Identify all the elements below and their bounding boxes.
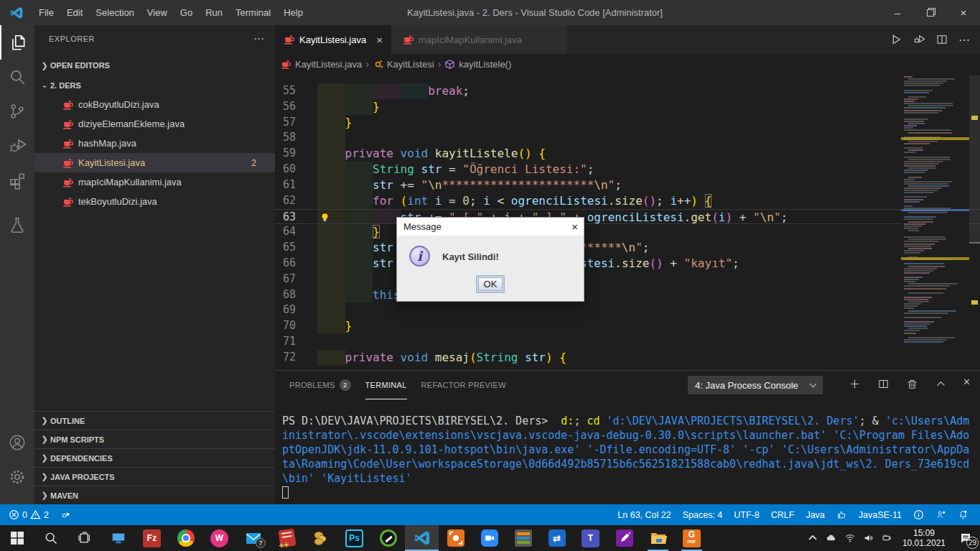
notification-center-icon[interactable]: 29 (951, 525, 980, 551)
wampserver-icon[interactable]: W (202, 525, 236, 551)
breadcrumb-item[interactable]: KayitListesi (387, 59, 434, 70)
file-KayitListesi.java[interactable]: KayitListesi.java2 (34, 153, 275, 172)
minimize-button[interactable]: – (881, 0, 914, 25)
code-line-69[interactable]: 69 (275, 302, 980, 318)
split-terminal-button[interactable] (877, 378, 890, 390)
panel-tab-refactor-preview[interactable]: REFACTOR PREVIEW (421, 371, 506, 399)
vscode-taskbar-icon[interactable] (405, 525, 439, 551)
close-button[interactable]: × (947, 0, 980, 25)
menu-selection[interactable]: Selection (89, 0, 140, 25)
open-editors-section[interactable]: ❯ OPEN EDITORS (34, 56, 275, 75)
activity-explorer-icon[interactable] (0, 25, 34, 60)
encoding-status[interactable]: UTF-8 (728, 504, 765, 525)
menu-go[interactable]: Go (174, 0, 199, 25)
menu-run[interactable]: Run (199, 0, 229, 25)
language-status[interactable]: Java (800, 504, 830, 525)
teamviewer-icon[interactable]: ⇄ (540, 525, 574, 551)
code-line-72[interactable]: 72 private void mesaj(String str) { (275, 350, 980, 366)
new-terminal-button[interactable] (849, 378, 861, 390)
taskbar-search-icon[interactable] (34, 525, 67, 551)
menu-help[interactable]: Help (277, 0, 309, 25)
panel-tab-problems[interactable]: PROBLEMS2 (289, 371, 351, 399)
task-view-icon[interactable] (67, 525, 101, 551)
editor-scrollbar[interactable] (969, 74, 980, 370)
terminal-selector[interactable]: 4: Java Process Console (688, 376, 823, 394)
this-pc-icon[interactable] (101, 525, 135, 551)
tab-KayitListesi.java[interactable]: KayitListesi.java× (275, 25, 391, 54)
vmware-icon[interactable] (506, 525, 540, 551)
wifi-icon[interactable] (841, 525, 859, 551)
gom-pdf-icon[interactable]: GPDF (675, 525, 709, 551)
filezilla-icon[interactable]: Fz (135, 525, 169, 551)
activity-search-icon[interactable] (0, 60, 34, 94)
volume-icon[interactable] (859, 525, 878, 551)
code-line-68[interactable]: 68 this.mesaj(str); (275, 287, 980, 303)
panel-tab-terminal[interactable]: TERMINAL (365, 371, 407, 399)
greenshot-icon[interactable] (371, 525, 405, 551)
minimap[interactable] (901, 74, 969, 370)
thumbs-up-icon[interactable] (831, 504, 853, 525)
dialog-title-bar[interactable]: Message × (397, 218, 584, 236)
run-button[interactable] (890, 33, 902, 46)
code-line-64[interactable]: 64 } (275, 224, 980, 240)
split-editor-button[interactable] (935, 33, 948, 46)
indentation-status[interactable]: Spaces: 4 (677, 504, 729, 525)
file-diziyeElemanEkleme.java[interactable]: diziyeElemanEkleme.java (34, 114, 275, 134)
code-line-70[interactable]: 70 } (275, 318, 980, 334)
code-line-67[interactable]: 67 (275, 272, 980, 287)
activity-account-icon[interactable] (0, 425, 34, 460)
folder-2-ders[interactable]: ⌄ 2. DERS (34, 75, 275, 95)
code-line-55[interactable]: 55 break; (275, 83, 980, 99)
activity-settings-icon[interactable] (0, 460, 34, 494)
code-line-59[interactable]: 59 private void kayitListele() { (275, 146, 980, 162)
onedrive-cloud-icon[interactable] (822, 525, 841, 551)
code-line-71[interactable]: 71 (275, 334, 980, 350)
tray-expand-icon[interactable] (803, 525, 822, 551)
problems-status[interactable]: 0 2 (3, 504, 55, 525)
code-line-60[interactable]: 60 String str = "Öğrenci Listesi:"; (275, 162, 980, 177)
file-hashMap.java[interactable]: hashMap.java (34, 134, 275, 153)
photoshop-icon[interactable]: Ps (337, 525, 371, 551)
cursor-position[interactable]: Ln 63, Col 22 (612, 504, 676, 525)
maximize-panel-button[interactable] (935, 378, 947, 390)
debug-run-button[interactable] (913, 33, 925, 46)
file-mapIciMapKullanimi.java[interactable]: mapIciMapKullanimi.java (34, 172, 275, 192)
more-actions-button[interactable]: ⋯ (958, 33, 970, 47)
code-line-62[interactable]: 62 for (int i = 0; i < ogrenciListesi.si… (275, 193, 980, 209)
zoom-icon[interactable] (472, 525, 506, 551)
explorer-actions-icon[interactable]: ⋯ (253, 32, 265, 45)
activity-run-debug-icon[interactable] (0, 129, 34, 163)
coins-app-icon[interactable] (304, 525, 337, 551)
file-explorer-icon[interactable] (641, 525, 675, 551)
menu-terminal[interactable]: Terminal (229, 0, 277, 25)
eol-status[interactable]: CRLF (765, 504, 801, 525)
terminal-output[interactable]: PS D:\DEV\JAVA\PROJECTS\BIREYSEL\2. Ders… (282, 414, 976, 504)
restore-button[interactable] (914, 0, 947, 25)
menu-file[interactable]: File (32, 0, 60, 25)
section-java-projects[interactable]: ❯JAVA PROJECTS (34, 467, 275, 486)
chrome-icon[interactable] (169, 525, 202, 551)
activity-source-control-icon[interactable] (0, 94, 34, 129)
notifications-bell-icon[interactable] (952, 504, 974, 525)
code-line-65[interactable]: 65 str += "\n**************************\… (275, 240, 980, 256)
code-line-58[interactable]: 58 (275, 130, 980, 146)
notepad-plus-plus-icon[interactable]: ++ (270, 525, 304, 551)
activity-test-icon[interactable] (0, 208, 34, 242)
code-line-56[interactable]: 56 } (275, 99, 980, 115)
tray-clock[interactable]: 15:09 10.01.2021 (897, 528, 951, 548)
activity-extensions-icon[interactable] (0, 163, 34, 198)
code-line-66[interactable]: 66 str += "Toplam : " + ogrenciListesi.s… (275, 256, 980, 272)
debug-status-icon[interactable] (55, 504, 77, 525)
code-line-63[interactable]: 63 str += " [ " + i + " ] " + ogrenciLis… (275, 209, 980, 225)
menu-edit[interactable]: Edit (60, 0, 89, 25)
ok-button[interactable]: OK (476, 275, 505, 293)
screen-capture-icon[interactable] (439, 525, 472, 551)
breadcrumb-item[interactable]: kayitListele() (459, 59, 511, 70)
tab-mapIciMapKullanimi.java[interactable]: mapIciMapKullanimi.java (391, 25, 567, 54)
purple-notes-app-icon[interactable] (607, 525, 641, 551)
mail-icon[interactable]: 7 (236, 525, 270, 551)
code-line-61[interactable]: 61 str += "\n**********************\n"; (275, 177, 980, 193)
menu-view[interactable]: View (141, 0, 174, 25)
jdk-status[interactable]: JavaSE-11 (853, 504, 907, 525)
file-tekBoyutluDizi.java[interactable]: tekBoyutluDizi.java (34, 192, 275, 211)
